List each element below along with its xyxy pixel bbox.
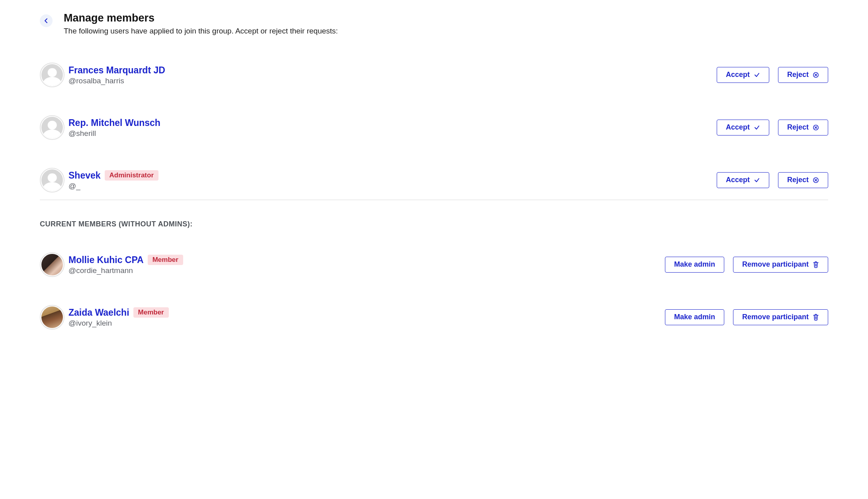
circle-x-icon xyxy=(813,72,819,78)
avatar-placeholder xyxy=(41,169,63,191)
check-icon xyxy=(754,124,760,131)
section-divider xyxy=(40,200,828,200)
reject-button[interactable]: Reject xyxy=(778,172,828,188)
applicant-actions: AcceptReject xyxy=(717,172,828,188)
reject-label: Reject xyxy=(787,123,809,132)
trash-icon xyxy=(813,314,819,321)
member-row: Mollie Kuhic CPAMember@cordie_hartmannMa… xyxy=(40,249,828,280)
accept-label: Accept xyxy=(726,123,750,132)
role-badge: Member xyxy=(133,307,169,318)
applicant-row: Frances Marquardt JD@rosalba_harrisAccep… xyxy=(40,59,828,90)
page-title: Manage members xyxy=(64,12,338,24)
accept-button[interactable]: Accept xyxy=(717,120,769,136)
remove-participant-label: Remove participant xyxy=(742,313,809,322)
make-admin-label: Make admin xyxy=(674,260,715,269)
user-meta: Zaida WaelchiMember@ivory_klein xyxy=(68,307,665,328)
user-name-link[interactable]: Mollie Kuhic CPA xyxy=(68,255,144,265)
avatar[interactable] xyxy=(40,63,65,87)
circle-x-icon xyxy=(813,177,819,183)
page-subtitle: The following users have applied to join… xyxy=(64,27,338,35)
remove-participant-label: Remove participant xyxy=(742,260,809,269)
make-admin-button[interactable]: Make admin xyxy=(665,309,724,325)
check-icon xyxy=(754,177,760,183)
avatar[interactable] xyxy=(40,305,65,330)
user-meta: Mollie Kuhic CPAMember@cordie_hartmann xyxy=(68,255,665,275)
user-meta: Frances Marquardt JD@rosalba_harris xyxy=(68,65,717,85)
make-admin-button[interactable]: Make admin xyxy=(665,257,724,273)
reject-button[interactable]: Reject xyxy=(778,120,828,136)
user-name-link[interactable]: Shevek xyxy=(68,170,101,181)
member-row: Zaida WaelchiMember@ivory_kleinMake admi… xyxy=(40,302,828,333)
user-name-link[interactable]: Zaida Waelchi xyxy=(68,307,129,318)
user-name-link[interactable]: Frances Marquardt JD xyxy=(68,65,165,76)
role-badge: Administrator xyxy=(105,170,158,181)
user-handle: @sherill xyxy=(68,129,717,138)
user-handle: @ivory_klein xyxy=(68,319,665,328)
avatar[interactable] xyxy=(40,115,65,140)
reject-label: Reject xyxy=(787,176,809,185)
avatar-placeholder xyxy=(41,64,63,86)
reject-label: Reject xyxy=(787,71,809,79)
avatar-photo xyxy=(41,306,63,328)
chevron-left-icon xyxy=(44,18,49,24)
current-members-heading: CURRENT MEMBERS (WITHOUT ADMINS): xyxy=(40,220,828,228)
applicants-list: Frances Marquardt JD@rosalba_harrisAccep… xyxy=(40,59,828,196)
user-name-link[interactable]: Rep. Mitchel Wunsch xyxy=(68,118,160,128)
member-actions: Make adminRemove participant xyxy=(665,309,828,325)
applicant-actions: AcceptReject xyxy=(717,67,828,83)
make-admin-label: Make admin xyxy=(674,313,715,322)
user-meta: ShevekAdministrator@_ xyxy=(68,170,717,191)
applicant-row: ShevekAdministrator@_AcceptReject xyxy=(40,165,828,196)
trash-icon xyxy=(813,261,819,268)
avatar[interactable] xyxy=(40,168,65,193)
user-meta: Rep. Mitchel Wunsch@sherill xyxy=(68,118,717,138)
avatar[interactable] xyxy=(40,252,65,277)
user-handle: @rosalba_harris xyxy=(68,77,717,85)
user-handle: @cordie_hartmann xyxy=(68,266,665,275)
accept-button[interactable]: Accept xyxy=(717,172,769,188)
accept-label: Accept xyxy=(726,176,750,185)
avatar-placeholder xyxy=(41,117,63,138)
page-header: Manage members The following users have … xyxy=(40,12,828,35)
applicant-actions: AcceptReject xyxy=(717,120,828,136)
circle-x-icon xyxy=(813,124,819,131)
avatar-photo xyxy=(41,254,63,275)
accept-button[interactable]: Accept xyxy=(717,67,769,83)
remove-participant-button[interactable]: Remove participant xyxy=(733,257,828,273)
applicant-row: Rep. Mitchel Wunsch@sherillAcceptReject xyxy=(40,112,828,143)
member-actions: Make adminRemove participant xyxy=(665,257,828,273)
check-icon xyxy=(754,72,760,78)
remove-participant-button[interactable]: Remove participant xyxy=(733,309,828,325)
accept-label: Accept xyxy=(726,71,750,79)
reject-button[interactable]: Reject xyxy=(778,67,828,83)
back-button[interactable] xyxy=(40,14,53,27)
members-list: Mollie Kuhic CPAMember@cordie_hartmannMa… xyxy=(40,249,828,333)
role-badge: Member xyxy=(148,255,183,265)
user-handle: @_ xyxy=(68,182,717,191)
